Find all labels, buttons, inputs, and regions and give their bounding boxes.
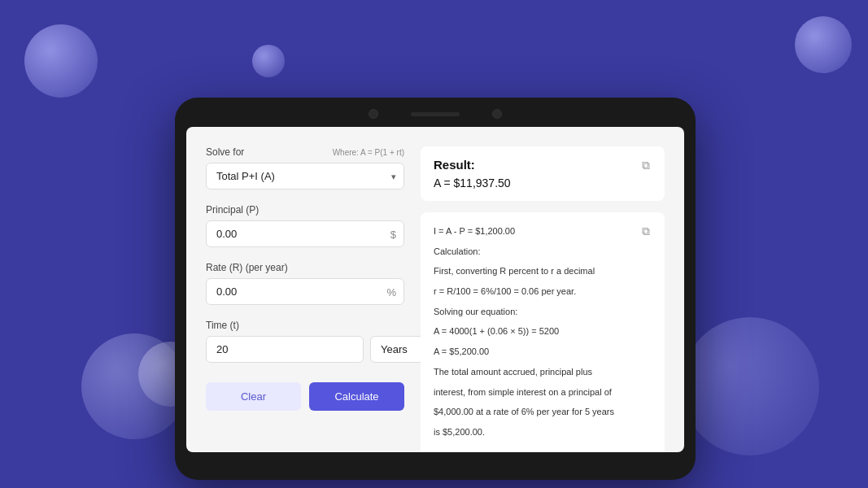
time-group: Time (t) Years Months Days ▾ bbox=[206, 320, 404, 363]
detail-line-4: r = R/100 = 6%/100 = 0.06 per year. bbox=[434, 284, 652, 299]
front-sensor bbox=[492, 109, 502, 119]
result-detail-card: ⧉ I = A - P = $1,200.00 Calculation: Fir… bbox=[421, 212, 665, 452]
detail-line-8: A = $5,200.00 bbox=[434, 344, 652, 359]
detail-line-13: is $5,200.00. bbox=[434, 425, 652, 440]
time-row: Years Months Days ▾ bbox=[206, 336, 404, 363]
rate-input-wrapper: % bbox=[206, 278, 404, 305]
solve-for-select[interactable]: Total P+I (A) Principal (P) Rate (R) Tim… bbox=[206, 163, 404, 190]
calculate-button[interactable]: Calculate bbox=[309, 382, 404, 411]
principal-label: Principal (P) bbox=[206, 204, 404, 216]
solve-for-group: Solve for Where: A = P(1 + rt) Total P+I… bbox=[206, 146, 404, 190]
detail-line-10: The total amount accrued, principal plus bbox=[434, 364, 652, 380]
detail-line-2: Calculation: bbox=[434, 244, 652, 259]
decorative-bubble-2 bbox=[252, 45, 285, 77]
result-main-value: A = $11,937.50 bbox=[434, 176, 652, 190]
solve-for-label: Solve for bbox=[206, 146, 244, 158]
rate-input[interactable] bbox=[206, 278, 404, 305]
detail-line-7: A = 4000(1 + (0.06 × 5)) = 5200 bbox=[434, 324, 652, 339]
solve-for-header: Solve for Where: A = P(1 + rt) bbox=[206, 146, 404, 158]
detail-line-3: First, converting R percent to r a decim… bbox=[434, 264, 652, 279]
copy-detail-icon[interactable]: ⧉ bbox=[637, 222, 655, 240]
tablet-top-bar bbox=[175, 98, 696, 127]
decorative-bubble-3 bbox=[795, 16, 852, 73]
result-title: Result: bbox=[434, 158, 652, 172]
clear-button[interactable]: Clear bbox=[206, 382, 301, 411]
tablet-screen: Solve for Where: A = P(1 + rt) Total P+I… bbox=[186, 127, 684, 452]
principal-input[interactable] bbox=[206, 220, 404, 247]
principal-group: Principal (P) $ bbox=[206, 204, 404, 247]
detail-text: I = A - P = $1,200.00 Calculation: First… bbox=[434, 224, 652, 440]
rate-unit: % bbox=[386, 285, 396, 298]
solve-for-wrapper: Total P+I (A) Principal (P) Rate (R) Tim… bbox=[206, 163, 404, 190]
principal-unit: $ bbox=[390, 228, 396, 240]
detail-line-6: Solving our equation: bbox=[434, 304, 652, 320]
formula-hint: Where: A = P(1 + rt) bbox=[333, 148, 404, 157]
button-row: Clear Calculate bbox=[206, 382, 404, 411]
result-main-card: Result: A = $11,937.50 ⧉ bbox=[421, 146, 665, 201]
time-input[interactable] bbox=[206, 336, 364, 363]
front-camera bbox=[369, 109, 378, 119]
detail-line-1: I = A - P = $1,200.00 bbox=[434, 224, 652, 239]
calculator-panel: Solve for Where: A = P(1 + rt) Total P+I… bbox=[206, 146, 421, 433]
rate-label: Rate (R) (per year) bbox=[206, 262, 404, 273]
principal-input-wrapper: $ bbox=[206, 220, 404, 247]
decorative-bubble-1 bbox=[24, 24, 98, 98]
decorative-bubble-6 bbox=[681, 317, 819, 455]
rate-group: Rate (R) (per year) % bbox=[206, 262, 404, 305]
copy-result-icon[interactable]: ⧉ bbox=[637, 156, 655, 174]
result-panel: Result: A = $11,937.50 ⧉ ⧉ I = A - P = $… bbox=[421, 146, 665, 433]
detail-line-11: interest, from simple interest on a prin… bbox=[434, 385, 652, 400]
speaker-grill bbox=[411, 112, 460, 116]
tablet-frame: Solve for Where: A = P(1 + rt) Total P+I… bbox=[175, 98, 696, 480]
time-label: Time (t) bbox=[206, 320, 404, 331]
detail-line-12: $4,000.00 at a rate of 6% per year for 5… bbox=[434, 404, 652, 420]
